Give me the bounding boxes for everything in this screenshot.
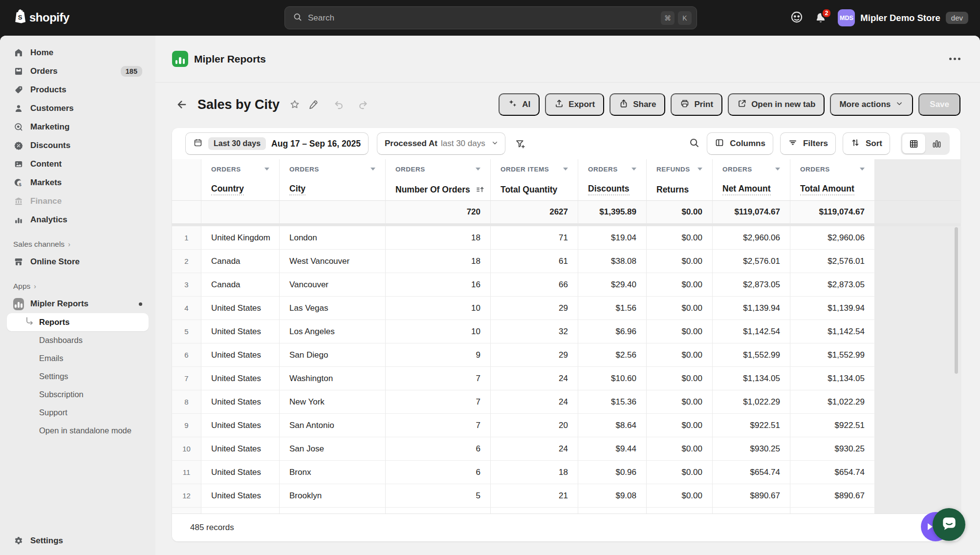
add-filter-funnel-icon[interactable] bbox=[515, 138, 526, 149]
column-group-header[interactable]: ORDERS bbox=[386, 159, 491, 179]
records-count: 485 records bbox=[190, 523, 234, 533]
export-button[interactable]: Export bbox=[545, 93, 604, 116]
caret-down-icon bbox=[632, 168, 636, 171]
chat-launcher-button[interactable] bbox=[933, 508, 965, 541]
account-face-icon[interactable] bbox=[790, 10, 804, 26]
column-header-city[interactable]: City bbox=[280, 179, 386, 201]
column-header-country[interactable]: Country bbox=[201, 179, 280, 201]
chevron-down-icon bbox=[895, 99, 904, 110]
notification-count-badge: 2 bbox=[821, 8, 832, 19]
sidebar-item-mipler-reports[interactable]: Mipler Reports bbox=[7, 295, 149, 313]
open-new-tab-button[interactable]: Open in new tab bbox=[728, 93, 825, 116]
more-actions-button[interactable]: More actions bbox=[830, 93, 913, 116]
table-cell: $930.25 bbox=[790, 437, 875, 461]
sidebar-item-content[interactable]: Content bbox=[7, 155, 149, 173]
vertical-scrollbar[interactable] bbox=[955, 227, 958, 374]
sidebar-subitem-subscription[interactable]: Subscription bbox=[7, 385, 149, 404]
table-row[interactable]: 5United StatesLos Angeles1032$6.96$0.00$… bbox=[172, 320, 960, 343]
column-header-net-amount[interactable]: Net Amount bbox=[713, 179, 790, 201]
table-filler bbox=[875, 461, 960, 484]
sidebar-subitem-reports[interactable]: Reports bbox=[7, 313, 149, 331]
table-row[interactable]: 9United StatesSan Antonio720$8.64$0.00$9… bbox=[172, 414, 960, 437]
store-menu[interactable]: MDS Mipler Demo Store dev bbox=[838, 9, 968, 26]
sidebar-item-finance[interactable]: Finance bbox=[7, 192, 149, 211]
column-group-header[interactable]: ORDERS bbox=[578, 159, 647, 179]
sidebar-item-discounts[interactable]: Discounts bbox=[7, 136, 149, 155]
table-row[interactable]: 2CanadaWest Vancouver1861$38.08$0.00$2,5… bbox=[172, 250, 960, 273]
filters-button[interactable]: Filters bbox=[780, 132, 836, 155]
columns-button[interactable]: Columns bbox=[707, 132, 773, 155]
column-group-header[interactable]: ORDERS bbox=[713, 159, 790, 179]
shopify-logo[interactable]: S shopify bbox=[13, 8, 69, 27]
table-row[interactable]: 10United StatesSan Jose624$9.44$0.00$930… bbox=[172, 437, 960, 461]
table-cell: 18 bbox=[386, 250, 491, 273]
sidebar-item-home[interactable]: Home bbox=[7, 43, 149, 62]
page-title: Mipler Reports bbox=[194, 53, 266, 65]
table-cell: San Diego bbox=[280, 343, 386, 367]
more-options-kebab-icon[interactable] bbox=[949, 58, 960, 60]
column-group-header[interactable]: REFUNDS bbox=[647, 159, 713, 179]
table-cell: 24 bbox=[491, 437, 578, 461]
column-header-discounts[interactable]: Discounts bbox=[578, 179, 647, 201]
sidebar-item-customers[interactable]: Customers bbox=[7, 99, 149, 118]
column-header-number-of-orders[interactable]: Number Of Orders bbox=[386, 179, 491, 201]
table-row[interactable]: 4United StatesLas Vegas1029$1.56$0.00$1,… bbox=[172, 297, 960, 320]
button-label: Print bbox=[694, 100, 713, 109]
sales-channels-header[interactable]: Sales channels › bbox=[13, 240, 149, 249]
column-group-header[interactable]: ORDER ITEMS bbox=[491, 159, 578, 179]
column-header-total-amount[interactable]: Total Amount bbox=[790, 179, 875, 201]
column-group-header[interactable]: ORDERS bbox=[790, 159, 875, 179]
shopify-wordmark: shopify bbox=[29, 11, 69, 24]
table-search-icon[interactable] bbox=[689, 137, 700, 150]
sidebar-item-orders[interactable]: Orders 185 bbox=[7, 62, 149, 81]
sidebar-item-settings[interactable]: Settings bbox=[7, 532, 149, 550]
columns-icon bbox=[715, 138, 724, 149]
sidebar-item-online-store[interactable]: Online Store bbox=[7, 253, 149, 271]
sidebar-item-analytics[interactable]: Analytics bbox=[7, 211, 149, 229]
print-button[interactable]: Print bbox=[671, 93, 722, 116]
table-row[interactable]: 11United StatesBronx618$0.96$0.00$654.74… bbox=[172, 461, 960, 484]
sidebar-subitem-standalone[interactable]: Open in standalone mode bbox=[7, 422, 149, 440]
table-cell: United States bbox=[201, 484, 280, 508]
save-button[interactable]: Save bbox=[918, 93, 960, 116]
column-group-header[interactable]: ORDERS bbox=[201, 159, 280, 179]
sidebar-item-marketing[interactable]: Marketing bbox=[7, 118, 149, 136]
sidebar-subitem-support[interactable]: Support bbox=[7, 404, 149, 422]
notifications-button[interactable]: 2 bbox=[814, 12, 827, 24]
sidebar-item-label: Content bbox=[30, 159, 62, 169]
undo-icon[interactable] bbox=[333, 99, 345, 110]
table-row[interactable]: 1United KingdomLondon1871$19.04$0.00$2,9… bbox=[172, 226, 960, 250]
back-arrow-icon[interactable] bbox=[176, 99, 188, 110]
sidebar-subitem-dashboards[interactable]: Dashboards bbox=[7, 331, 149, 349]
sort-button[interactable]: Sort bbox=[843, 132, 890, 155]
table-row[interactable]: 7United StatesWashington724$10.60$0.00$1… bbox=[172, 367, 960, 390]
date-range-button[interactable]: Last 30 days Aug 17 – Sep 16, 2025 bbox=[185, 132, 369, 155]
sidebar-item-products[interactable]: Products bbox=[7, 81, 149, 99]
favorite-star-icon[interactable] bbox=[289, 99, 300, 110]
sidebar-subitem-settings[interactable]: Settings bbox=[7, 367, 149, 385]
redo-icon[interactable] bbox=[357, 99, 369, 110]
processed-at-dropdown[interactable]: Processed At last 30 days bbox=[377, 132, 505, 155]
filter-lines-icon bbox=[788, 138, 798, 149]
chart-view-toggle[interactable] bbox=[925, 134, 948, 153]
ai-button[interactable]: AI bbox=[499, 93, 540, 116]
table-cell: United States bbox=[201, 461, 280, 484]
apps-header[interactable]: Apps › bbox=[13, 282, 149, 291]
caret-down-icon bbox=[476, 168, 480, 171]
sidebar-subitem-label: Dashboards bbox=[39, 336, 83, 345]
global-search-input[interactable]: Search ⌘ K bbox=[284, 6, 697, 29]
edit-pencil-icon[interactable] bbox=[308, 99, 319, 110]
caret-down-icon bbox=[860, 168, 865, 171]
table-row[interactable]: 6United StatesSan Diego929$2.56$0.00$1,5… bbox=[172, 343, 960, 367]
table-view-toggle[interactable] bbox=[902, 134, 925, 153]
table-row[interactable]: 3CanadaVancouver1666$29.40$0.00$2,873.05… bbox=[172, 273, 960, 297]
table-row[interactable]: 8United StatesNew York724$15.36$0.00$1,0… bbox=[172, 390, 960, 414]
column-header-returns[interactable]: Returns bbox=[647, 179, 713, 201]
column-group-header[interactable]: ORDERS bbox=[280, 159, 386, 179]
sidebar-subitem-emails[interactable]: Emails bbox=[7, 349, 149, 367]
share-button[interactable]: Share bbox=[610, 93, 665, 116]
table-row[interactable]: 12United StatesBrooklyn521$9.08$0.00$890… bbox=[172, 484, 960, 508]
column-header-total-quantity[interactable]: Total Quantity bbox=[491, 179, 578, 201]
sidebar-item-markets[interactable]: $ Markets bbox=[7, 173, 149, 192]
table-cell: 7 bbox=[386, 367, 491, 390]
